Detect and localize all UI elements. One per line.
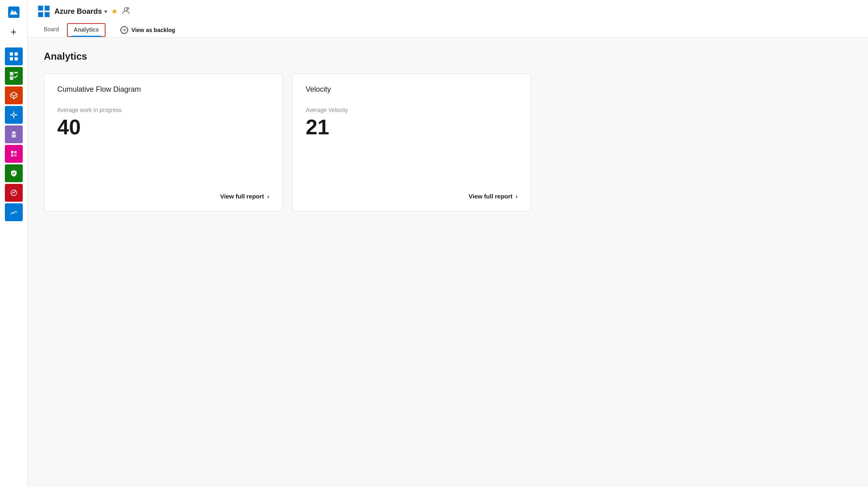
person-icon[interactable] xyxy=(122,6,130,17)
velocity-metric-value: 21 xyxy=(306,116,518,180)
sidebar-item-insights[interactable] xyxy=(5,184,23,202)
velocity-metric-label: Average Velocity xyxy=(306,107,518,113)
svg-rect-12 xyxy=(14,154,17,157)
cumulative-flow-title: Cumulative Flow Diagram xyxy=(57,85,269,94)
cumulative-flow-metric-label: Average work in progress xyxy=(57,107,269,113)
app-title-text: Azure Boards xyxy=(54,7,102,16)
header-top: Azure Boards ▾ ★ xyxy=(37,5,858,18)
app-logo xyxy=(37,5,50,18)
sidebar-divider-1 xyxy=(7,44,20,44)
app-title-chevron[interactable]: ▾ xyxy=(104,9,107,15)
chevron-right-icon: › xyxy=(267,193,269,200)
tab-analytics-wrapper: Analytics xyxy=(67,23,105,37)
sidebar-item-pipelines[interactable] xyxy=(5,106,23,124)
tab-board[interactable]: Board xyxy=(37,23,65,37)
svg-rect-1 xyxy=(10,52,13,56)
svg-rect-18 xyxy=(38,12,43,17)
svg-rect-5 xyxy=(10,72,13,75)
cumulative-flow-report-label: View full report xyxy=(220,193,264,200)
cumulative-flow-metric-value: 40 xyxy=(57,116,269,180)
svg-point-8 xyxy=(13,114,15,116)
view-as-backlog-button[interactable]: View as backlog xyxy=(114,23,182,37)
sidebar-item-kanban[interactable] xyxy=(5,67,23,85)
tab-board-label: Board xyxy=(44,26,59,32)
sidebar-item-artifacts[interactable] xyxy=(5,145,23,163)
tab-analytics-label: Analytics xyxy=(73,26,99,33)
velocity-view-report[interactable]: View full report › xyxy=(306,193,518,200)
page-title: Analytics xyxy=(44,51,852,62)
svg-rect-2 xyxy=(15,52,18,56)
cumulative-flow-card[interactable]: Cumulative Flow Diagram Average work in … xyxy=(44,73,283,211)
tab-analytics-underline xyxy=(71,36,101,37)
analytics-cards-grid: Cumulative Flow Diagram Average work in … xyxy=(44,73,531,211)
svg-point-14 xyxy=(15,211,17,212)
sidebar-item-add[interactable]: + xyxy=(5,23,23,41)
svg-rect-17 xyxy=(45,6,50,11)
sidebar-item-repos[interactable] xyxy=(5,86,23,104)
sidebar-item-boards[interactable] xyxy=(5,47,23,65)
header: Azure Boards ▾ ★ Board xyxy=(28,0,868,38)
velocity-card[interactable]: Velocity Average Velocity 21 View full r… xyxy=(292,73,531,211)
page-content: Analytics Cumulative Flow Diagram Averag… xyxy=(28,38,868,487)
svg-rect-10 xyxy=(14,151,17,153)
app-title-group: Azure Boards ▾ xyxy=(54,7,107,16)
svg-rect-3 xyxy=(10,57,13,60)
svg-rect-7 xyxy=(10,76,13,80)
svg-rect-6 xyxy=(14,72,18,73)
view-as-backlog-label: View as backlog xyxy=(132,27,175,33)
svg-rect-16 xyxy=(38,6,43,11)
tab-analytics[interactable]: Analytics xyxy=(67,23,105,37)
cumulative-flow-view-report[interactable]: View full report › xyxy=(57,193,269,200)
sidebar-item-analytics[interactable] xyxy=(5,203,23,221)
sidebar: + xyxy=(0,0,28,487)
sidebar-item-azure-devops[interactable] xyxy=(5,3,23,21)
favorite-star-icon[interactable]: ★ xyxy=(111,7,118,16)
svg-rect-9 xyxy=(11,151,13,153)
velocity-chevron-right-icon: › xyxy=(516,193,518,200)
velocity-title: Velocity xyxy=(306,85,518,94)
velocity-report-label: View full report xyxy=(469,193,512,200)
svg-rect-4 xyxy=(15,57,18,60)
svg-rect-19 xyxy=(45,12,50,17)
svg-rect-11 xyxy=(11,154,13,157)
nav-tabs: Board Analytics View as backlog xyxy=(37,23,858,37)
circle-arrow-icon xyxy=(120,26,128,34)
main-content: Azure Boards ▾ ★ Board xyxy=(28,0,868,487)
sidebar-item-test-plans[interactable] xyxy=(5,125,23,143)
sidebar-item-security[interactable] xyxy=(5,164,23,182)
